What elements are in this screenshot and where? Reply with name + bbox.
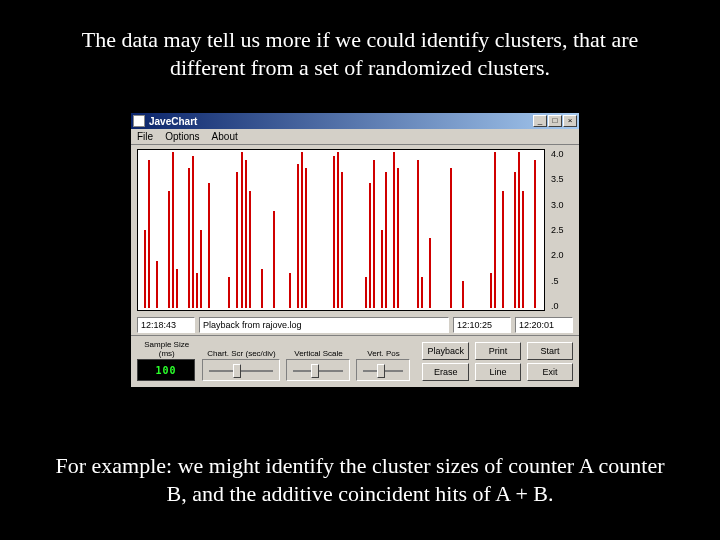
- chart-bar: [261, 269, 263, 308]
- chart-bar: [168, 191, 170, 308]
- y-tick: 2.5: [551, 225, 575, 235]
- chart-bar: [450, 168, 452, 308]
- chart-bar: [421, 277, 423, 308]
- chart-bar: [297, 164, 299, 308]
- minimize-button[interactable]: _: [533, 115, 547, 127]
- chart-bar: [289, 273, 291, 308]
- chart-bar: [397, 168, 399, 308]
- vscale-group: Vertical Scale: [286, 349, 350, 381]
- chart-area: 4.0 3.5 3.0 2.5 2.0 .5 .0: [131, 145, 579, 315]
- chart-bar: [393, 152, 395, 308]
- status-time-left: 12:18:43: [137, 317, 195, 333]
- controls-panel: Sample Size (ms) 100 Chart. Scr (sec/div…: [131, 335, 579, 387]
- y-tick: 3.5: [551, 174, 575, 184]
- vscale-label: Vertical Scale: [286, 349, 350, 358]
- status-row: 12:18:43 Playback from rajove.log 12:10:…: [131, 315, 579, 335]
- chart-bar: [273, 211, 275, 309]
- chart-bar: [490, 273, 492, 308]
- vpos-group: Vert. Pos: [356, 349, 410, 381]
- chart-bar: [208, 183, 210, 308]
- status-time-mid: 12:10:25: [453, 317, 511, 333]
- chart-bar: [301, 152, 303, 308]
- app-window: JaveChart _ □ × File Options About 4.0 3…: [130, 112, 580, 388]
- chart-bar: [172, 152, 174, 308]
- chart-bar: [429, 238, 431, 308]
- status-time-right: 12:20:01: [515, 317, 573, 333]
- chart-scroll-label: Chart. Scr (sec/div): [202, 349, 280, 358]
- chart-bar: [200, 230, 202, 308]
- y-tick: 3.0: [551, 200, 575, 210]
- chart-bar: [192, 156, 194, 308]
- chart-bar: [337, 152, 339, 308]
- chart-bar: [148, 160, 150, 308]
- chart-bar: [245, 160, 247, 308]
- maximize-button[interactable]: □: [548, 115, 562, 127]
- chart-bar: [518, 152, 520, 308]
- app-icon: [133, 115, 145, 127]
- titlebar[interactable]: JaveChart _ □ ×: [131, 113, 579, 129]
- y-tick: .0: [551, 301, 575, 311]
- chart-bar: [305, 168, 307, 308]
- vpos-slider[interactable]: [356, 359, 410, 381]
- chart-bar: [228, 277, 230, 308]
- chart-bar: [417, 160, 419, 308]
- chart-bar: [176, 269, 178, 308]
- erase-button[interactable]: Erase: [422, 363, 469, 381]
- vscale-slider[interactable]: [286, 359, 350, 381]
- chart-bar: [333, 156, 335, 308]
- chart-bar: [462, 281, 464, 308]
- chart-bar: [365, 277, 367, 308]
- chart-bar: [534, 160, 536, 308]
- chart-bar: [369, 183, 371, 308]
- slide-bottom-text: For example: we might identify the clust…: [0, 442, 720, 507]
- print-button[interactable]: Print: [475, 342, 521, 360]
- chart-bar: [144, 230, 146, 308]
- menu-options[interactable]: Options: [163, 131, 201, 142]
- y-tick: .5: [551, 276, 575, 286]
- chart-bar: [156, 261, 158, 308]
- chart-bar: [514, 172, 516, 309]
- chart-bar: [373, 160, 375, 308]
- chart-bar: [494, 152, 496, 308]
- line-button[interactable]: Line: [475, 363, 521, 381]
- chart-bar: [341, 172, 343, 309]
- window-title: JaveChart: [149, 116, 532, 127]
- chart-bar: [249, 191, 251, 308]
- chart-bar: [381, 230, 383, 308]
- chart-bar: [188, 168, 190, 308]
- vpos-label: Vert. Pos: [356, 349, 410, 358]
- playback-button[interactable]: Playback: [422, 342, 469, 360]
- chart-bar: [385, 172, 387, 309]
- chart-scroll-slider[interactable]: [202, 359, 280, 381]
- y-axis-labels: 4.0 3.5 3.0 2.5 2.0 .5 .0: [549, 149, 575, 311]
- chart-plot: [137, 149, 545, 311]
- sample-size-label: Sample Size (ms): [137, 340, 196, 358]
- start-button[interactable]: Start: [527, 342, 573, 360]
- chart-scroll-group: Chart. Scr (sec/div): [202, 349, 280, 381]
- status-message: Playback from rajove.log: [199, 317, 449, 333]
- menu-file[interactable]: File: [135, 131, 155, 142]
- chart-bar: [236, 172, 238, 309]
- slide-top-text: The data may tell us more if we could id…: [0, 0, 720, 89]
- y-tick: 4.0: [551, 149, 575, 159]
- chart-bar: [196, 273, 198, 308]
- menu-about[interactable]: About: [210, 131, 240, 142]
- exit-button[interactable]: Exit: [527, 363, 573, 381]
- sample-size-display[interactable]: 100: [137, 359, 195, 381]
- sample-size-group: Sample Size (ms) 100: [137, 340, 196, 381]
- chart-bar: [502, 191, 504, 308]
- chart-bar: [522, 191, 524, 308]
- y-tick: 2.0: [551, 250, 575, 260]
- menubar: File Options About: [131, 129, 579, 145]
- chart-bar: [241, 152, 243, 308]
- close-button[interactable]: ×: [563, 115, 577, 127]
